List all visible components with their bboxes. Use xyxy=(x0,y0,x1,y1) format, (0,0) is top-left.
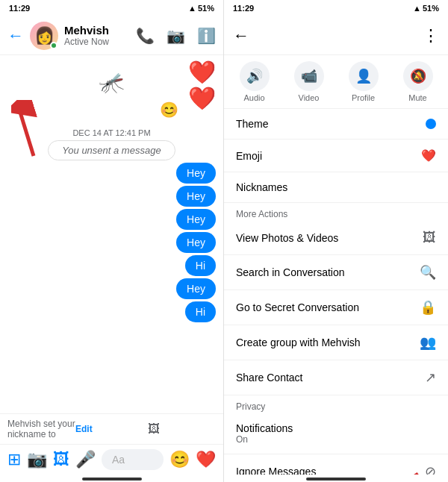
more-actions-section: More Actions xyxy=(224,203,448,221)
profile-icon: 👤 xyxy=(349,61,379,91)
bubble-2: Hey xyxy=(176,186,216,207)
wifi-icon: ▲ xyxy=(413,4,421,13)
online-indicator xyxy=(50,42,57,49)
emoji-menu-label: Emoji xyxy=(236,150,415,162)
status-icons-right: ▲ 51% xyxy=(413,4,439,13)
contact-info: Mehvish Active Now xyxy=(64,24,136,47)
more-options-button[interactable]: ⋮ xyxy=(423,26,439,46)
privacy-section: Privacy xyxy=(224,395,448,413)
audio-label: Audio xyxy=(243,93,264,102)
date-label: DEC 14 AT 12:41 PM xyxy=(0,122,223,140)
emoji-menu-item[interactable]: Emoji ❤️ xyxy=(224,140,448,172)
bubble-1: Hey xyxy=(176,163,216,184)
video-icon: 📹 xyxy=(294,61,324,91)
unsent-msg-container: You unsent a message xyxy=(0,140,223,160)
status-bar-left: 11:29 ▲ 51% xyxy=(0,0,223,16)
contact-name[interactable]: Mehvish xyxy=(64,24,136,37)
notifications-label: Notifications On xyxy=(236,422,436,445)
theme-menu-item[interactable]: Theme xyxy=(224,109,448,139)
mute-action[interactable]: 🔕 Mute xyxy=(403,61,433,102)
share-contact-label: Share Contact xyxy=(236,372,419,384)
back-button[interactable]: ← xyxy=(7,26,24,46)
messages-area: Hey Hey Hey Hey Hi Hey Hi xyxy=(0,160,223,325)
left-panel: 11:29 ▲ 51% ← 👩 Mehvish Active Now 📞 📷 ℹ… xyxy=(0,0,224,482)
lock-menu-icon: 🔒 xyxy=(420,299,436,316)
theme-label: Theme xyxy=(236,118,420,130)
video-button[interactable]: 📷 xyxy=(167,27,185,45)
home-indicator-left xyxy=(0,475,223,482)
status-bar-right: 11:29 ▲ 51% xyxy=(224,0,448,16)
emoji-button[interactable]: 😊 xyxy=(169,450,190,469)
mic-icon[interactable]: 🎤 xyxy=(75,450,96,469)
top-bar-left: ← 👩 Mehvish Active Now 📞 📷 ℹ️ xyxy=(0,16,223,55)
battery-left: 51% xyxy=(198,4,214,13)
view-photos-label: View Photos & Videos xyxy=(236,232,417,244)
status-icons-left: ▲ 51% xyxy=(188,4,214,13)
bubble-7: Hi xyxy=(185,301,216,322)
ignore-messages-menu-item[interactable]: Ignore Messages ⊘ xyxy=(224,454,448,475)
unsent-message: You unsent a message xyxy=(48,140,175,160)
edit-nickname-button[interactable]: Edit xyxy=(75,424,143,434)
right-top-bar: ← ⋮ xyxy=(224,16,448,55)
profile-label: Profile xyxy=(352,93,375,102)
grid-icon[interactable]: ⊞ xyxy=(7,450,21,469)
battery-right: 51% xyxy=(423,4,439,13)
share-menu-icon: ↗ xyxy=(425,369,436,386)
home-bar-right xyxy=(306,478,366,481)
nickname-text: Mehvish set your nickname to xyxy=(7,419,75,439)
nicknames-menu-item[interactable]: Nicknames xyxy=(224,172,448,202)
signal-icon: ▲ xyxy=(188,4,196,13)
sticker-icon: 🖼 xyxy=(148,422,216,436)
arrow-area: ❤️❤️ 🦟 😊 xyxy=(0,55,223,122)
secret-conversation-label: Go to Secret Conversation xyxy=(236,301,414,313)
block-menu-icon: ⊘ xyxy=(425,463,436,475)
bubble-4: Hey xyxy=(176,232,216,253)
bubble-6: Hey xyxy=(176,278,216,299)
bubble-3: Hey xyxy=(176,209,216,230)
bottom-bar: ⊞ 📷 🖼 🎤 Aa 😊 ❤️ xyxy=(0,444,223,475)
right-panel: 11:29 ▲ 51% ← ⋮ 🔊 Audio 📹 Video 👤 Profil… xyxy=(224,0,448,482)
home-bar-left xyxy=(82,478,142,481)
search-conversation-menu-item[interactable]: Search in Conversation 🔍 xyxy=(224,255,448,289)
create-group-label: Create group with Mehvish xyxy=(236,337,414,348)
audio-icon: 🔊 xyxy=(240,61,270,91)
search-conversation-label: Search in Conversation xyxy=(236,266,414,278)
call-button[interactable]: 📞 xyxy=(136,27,155,45)
menu-list: Theme Emoji ❤️ Nicknames More Actions Vi… xyxy=(224,109,448,475)
secret-conversation-menu-item[interactable]: Go to Secret Conversation 🔒 xyxy=(224,290,448,325)
emoji-heart-icon: ❤️ xyxy=(421,148,436,163)
avatar-container[interactable]: 👩 xyxy=(30,22,58,50)
input-placeholder: Aa xyxy=(112,454,125,466)
image-menu-icon: 🖼 xyxy=(423,230,436,245)
image-icon[interactable]: 🖼 xyxy=(53,450,69,469)
view-photos-menu-item[interactable]: View Photos & Videos 🖼 xyxy=(224,221,448,254)
bubble-5: Hi xyxy=(185,255,216,276)
top-bar-actions: 📞 📷 ℹ️ xyxy=(136,27,216,45)
smile-emoji: 😊 xyxy=(160,101,178,119)
chat-area: ❤️❤️ 🦟 😊 DEC 14 AT 12:41 PM You unsent a… xyxy=(0,55,223,413)
video-label: Video xyxy=(299,93,320,102)
notifications-sublabel: On xyxy=(236,434,436,445)
profile-action[interactable]: 👤 Profile xyxy=(349,61,379,102)
info-button[interactable]: ℹ️ xyxy=(197,27,216,45)
audio-action[interactable]: 🔊 Audio xyxy=(240,61,270,102)
time-left: 11:29 xyxy=(9,4,30,13)
bug-emoji: 🦟 xyxy=(99,70,125,95)
search-menu-icon: 🔍 xyxy=(420,264,436,281)
create-group-menu-item[interactable]: Create group with Mehvish 👥 xyxy=(224,325,448,360)
mute-label: Mute xyxy=(408,93,426,102)
theme-dot-icon xyxy=(426,119,436,129)
heart-button[interactable]: ❤️ xyxy=(196,450,216,469)
right-back-button[interactable]: ← xyxy=(233,26,249,46)
heart-emoji: ❤️❤️ xyxy=(188,59,216,111)
video-action[interactable]: 📹 Video xyxy=(294,61,324,102)
time-right: 11:29 xyxy=(233,4,254,13)
camera-icon[interactable]: 📷 xyxy=(27,450,47,469)
mute-icon: 🔕 xyxy=(403,61,433,91)
share-contact-menu-item[interactable]: Share Contact ↗ xyxy=(224,360,448,395)
notifications-menu-item[interactable]: Notifications On xyxy=(224,413,448,454)
nicknames-label: Nicknames xyxy=(236,181,436,193)
group-menu-icon: 👥 xyxy=(420,334,436,351)
home-indicator-right xyxy=(224,475,448,482)
message-input[interactable]: Aa xyxy=(102,449,164,470)
